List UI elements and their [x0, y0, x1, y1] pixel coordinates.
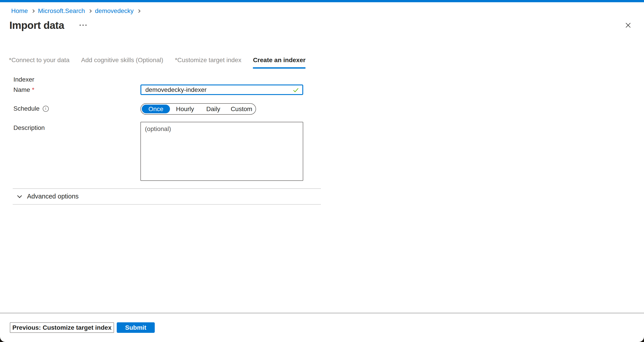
chevron-right-icon: [88, 9, 92, 13]
chevron-right-icon: [137, 9, 140, 13]
portal-top-accent-bar: [0, 0, 644, 2]
schedule-field-label: Schedule: [14, 105, 49, 112]
name-field-label: Name *: [14, 86, 34, 94]
schedule-option-custom[interactable]: Custom: [228, 104, 256, 114]
chevron-right-icon: [31, 9, 35, 13]
breadcrumb: Home Microsoft.Search demovedecky: [11, 7, 144, 15]
indexer-name-input[interactable]: [140, 84, 303, 95]
schedule-option-daily[interactable]: Daily: [199, 104, 228, 114]
green-checkmark-icon: [292, 86, 300, 95]
footer-divider: [0, 313, 644, 314]
breadcrumb-resource-link[interactable]: demovedecky: [95, 7, 134, 15]
name-field: [140, 84, 303, 95]
advanced-options-expander[interactable]: Advanced options: [18, 193, 79, 200]
tab-add-cognitive-skills[interactable]: Add cognitive skills (Optional): [81, 56, 163, 68]
schedule-option-hourly[interactable]: Hourly: [171, 104, 199, 114]
schedule-option-once[interactable]: Once: [142, 104, 170, 113]
tab-connect-to-your-data[interactable]: *Connect to your data: [9, 56, 70, 68]
description-field-label: Description: [14, 124, 45, 132]
divider: [13, 188, 321, 189]
divider: [13, 204, 321, 205]
advanced-options-label: Advanced options: [27, 193, 79, 200]
more-ellipsis-icon[interactable]: [78, 23, 88, 27]
description-label-text: Description: [14, 124, 45, 132]
chevron-down-icon: [17, 193, 22, 198]
tab-customize-target-index[interactable]: *Customize target index: [175, 56, 241, 68]
breadcrumb-service-link[interactable]: Microsoft.Search: [38, 7, 85, 15]
info-icon[interactable]: [43, 106, 49, 112]
name-label-text: Name: [14, 86, 30, 94]
submit-button[interactable]: Submit: [117, 322, 155, 333]
description-textarea[interactable]: [140, 122, 303, 181]
page-title: Import data: [10, 19, 64, 31]
previous-step-button[interactable]: Previous: Customize target index: [10, 322, 114, 333]
wizard-tabs: *Connect to your data Add cognitive skil…: [9, 56, 306, 68]
breadcrumb-home-link[interactable]: Home: [11, 7, 28, 15]
schedule-label-text: Schedule: [14, 105, 40, 112]
tab-create-an-indexer[interactable]: Create an indexer: [253, 56, 306, 68]
indexer-section-label: Indexer: [14, 76, 34, 83]
schedule-segmented-control: Once Hourly Daily Custom: [140, 103, 256, 115]
close-icon[interactable]: [624, 21, 632, 30]
import-data-page: Home Microsoft.Search demovedecky Import…: [0, 0, 644, 342]
required-asterisk: *: [32, 86, 34, 94]
